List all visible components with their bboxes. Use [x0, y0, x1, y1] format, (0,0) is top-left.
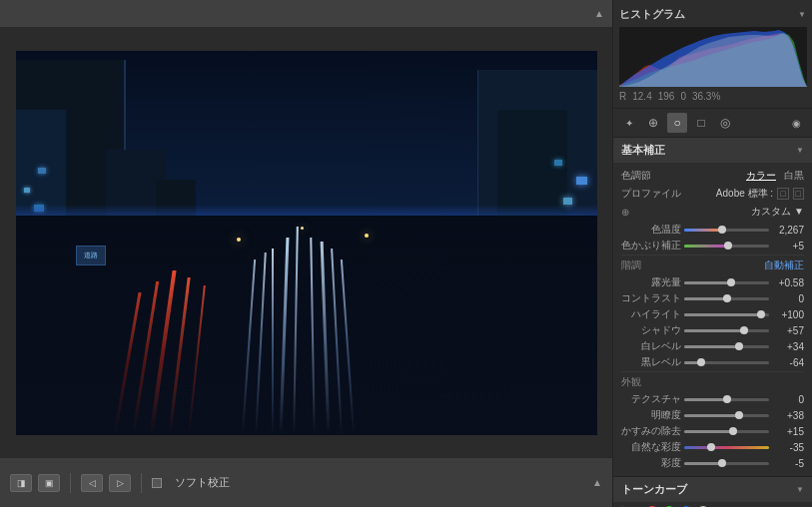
tool-crop[interactable]: ✦	[619, 113, 639, 133]
slider-tex-fill	[684, 398, 727, 401]
blight-3	[24, 188, 30, 193]
eyedropper-icon[interactable]: ⊕	[621, 207, 629, 218]
param-row-con: コントラスト 0	[621, 291, 804, 305]
color-mode-row: 色調節 カラー 白黒	[621, 167, 804, 185]
bottom-btn-2[interactable]: ▣	[38, 474, 60, 492]
photo-container: 道路	[16, 51, 597, 435]
bottom-btn-3[interactable]: ◁	[81, 474, 103, 492]
slider-white[interactable]	[684, 345, 769, 348]
bright-2	[563, 198, 572, 205]
profile-icon-1[interactable]: □	[777, 188, 788, 200]
soft-correction-checkbox[interactable]	[152, 478, 162, 488]
soft-correction-label: ソフト校正	[175, 475, 230, 490]
basic-correction-title: 基本補正	[621, 143, 665, 158]
slider-haze-thumb	[729, 427, 737, 435]
slider-cast[interactable]	[684, 245, 769, 248]
param-row-haze: かすみの除去 +15	[621, 424, 804, 438]
param-val-cast: +5	[772, 241, 804, 252]
curve-dots-row: 調整	[613, 502, 812, 507]
profile-icon-2[interactable]: □	[793, 188, 804, 200]
slider-haze-fill	[684, 430, 733, 433]
slider-clar[interactable]	[684, 414, 769, 417]
tools-row: ✦ ⊕ ○ □ ◎ ◉	[613, 109, 812, 138]
street-sign: 道路	[76, 246, 106, 265]
histogram-info: R 12.4 196 0 36.3%	[619, 89, 806, 104]
slider-tex[interactable]	[684, 398, 769, 401]
trail-r4	[188, 285, 206, 434]
histogram-header: ヒストグラム ▼	[619, 4, 806, 25]
slider-high-thumb	[757, 310, 765, 318]
basic-correction-section: 基本補正 ▼ 色調節 カラー 白黒 プロファイル Adobe 標準 :	[613, 138, 812, 477]
streetlight-1	[237, 238, 241, 242]
param-row-clar: 明瞭度 +38	[621, 408, 804, 422]
trail-w5	[321, 242, 331, 434]
tone-curve-title: トーンカーブ	[621, 482, 687, 497]
slider-clar-fill	[684, 414, 739, 417]
slider-shadow-fill	[684, 329, 744, 332]
tool-grad[interactable]: □	[691, 113, 711, 133]
main-layout: ▲	[0, 0, 812, 507]
tool-adjust[interactable]: ◎	[715, 113, 735, 133]
param-label-haze: かすみの除去	[621, 424, 681, 438]
auto-btn[interactable]: 自動補正	[764, 258, 804, 272]
histogram-svg	[619, 27, 807, 87]
hist-b-val: 0	[680, 91, 686, 102]
param-row-sat: 彩度 -5	[621, 456, 804, 470]
wb-custom[interactable]: カスタム ▼	[751, 205, 804, 219]
profile-label: プロファイル	[621, 187, 681, 201]
param-val-vib: -35	[772, 442, 804, 453]
param-label-white: 白レベル	[621, 339, 681, 353]
param-label-clar: 明瞭度	[621, 408, 681, 422]
top-arrow-btn[interactable]: ▲	[592, 7, 606, 21]
profile-row: プロファイル Adobe 標準 : □ □	[621, 185, 804, 203]
slider-haze[interactable]	[684, 430, 769, 433]
top-toolbar: ▲	[0, 0, 612, 28]
histogram-triangle[interactable]: ▼	[798, 10, 806, 19]
slider-white-fill	[684, 345, 739, 348]
histogram-section: ヒストグラム ▼ R 12.4 19	[613, 0, 812, 109]
profile-value: Adobe 標準 :	[716, 187, 773, 201]
bright-4	[554, 160, 562, 166]
slider-vib[interactable]	[684, 446, 769, 449]
slider-vib-thumb	[707, 443, 715, 451]
param-label-vib: 自然な彩度	[621, 440, 681, 454]
mode-color[interactable]: カラー	[746, 169, 776, 183]
tool-select[interactable]: ○	[667, 113, 687, 133]
slider-con[interactable]	[684, 297, 769, 300]
tone-label: 階調	[621, 258, 641, 272]
param-label-tex: テクスチャ	[621, 392, 681, 406]
mode-bw[interactable]: 白黒	[784, 169, 804, 183]
bottom-bar: ◨ ▣ ◁ ▷ ソフト校正 ▲	[0, 457, 612, 507]
slider-sat[interactable]	[684, 462, 769, 465]
param-val-black: -64	[772, 357, 804, 368]
bottom-btn-4[interactable]: ▷	[109, 474, 131, 492]
param-val-high: +100	[772, 309, 804, 320]
trail-w9	[242, 259, 256, 435]
trail-w3	[272, 249, 274, 435]
param-val-clar: +38	[772, 410, 804, 421]
slider-black[interactable]	[684, 361, 769, 364]
slider-high[interactable]	[684, 313, 769, 316]
tool-eye[interactable]: ◉	[786, 113, 806, 133]
basic-correction-header[interactable]: 基本補正 ▼	[613, 138, 812, 163]
tone-curve-header[interactable]: トーンカーブ ▼	[613, 477, 812, 502]
param-label-black: 黒レベル	[621, 355, 681, 369]
param-val-shadow: +57	[772, 325, 804, 336]
slider-temp-thumb	[718, 226, 726, 234]
bottom-btn-1[interactable]: ◨	[10, 474, 32, 492]
bottom-arrow-btn[interactable]: ▲	[592, 477, 602, 488]
tone-subsection: 階調 自動補正	[621, 254, 804, 273]
slider-shadow[interactable]	[684, 329, 769, 332]
param-val-temp: 2,267	[772, 225, 804, 236]
image-area: 道路	[0, 28, 612, 457]
hist-g-val: 196	[658, 91, 675, 102]
param-val-haze: +15	[772, 426, 804, 437]
slider-exp[interactable]	[684, 281, 769, 284]
basic-correction-triangle: ▼	[796, 146, 804, 155]
tone-header: 階調 自動補正	[621, 258, 804, 272]
slider-con-thumb	[723, 294, 731, 302]
right-panel: ヒストグラム ▼ R 12.4 19	[612, 0, 812, 507]
separator-2	[141, 473, 142, 493]
tool-heal[interactable]: ⊕	[643, 113, 663, 133]
slider-temp[interactable]	[684, 229, 769, 232]
